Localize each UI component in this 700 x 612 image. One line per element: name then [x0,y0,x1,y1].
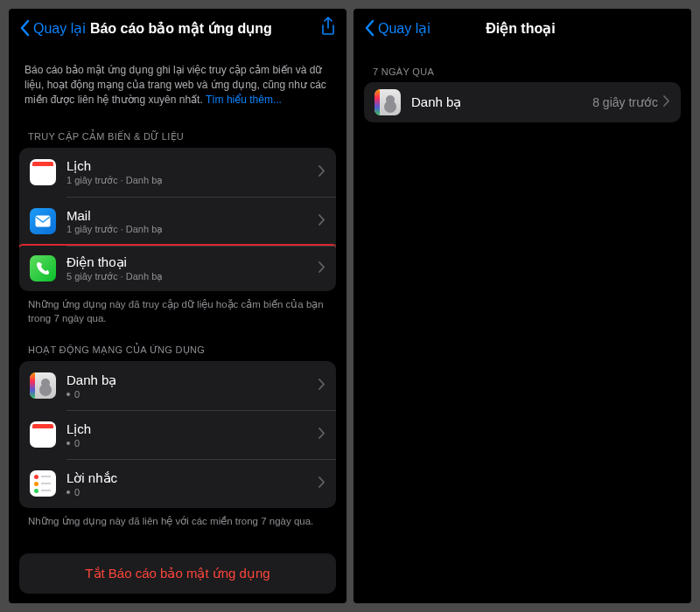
list-item-contacts-access[interactable]: Danh bạ 8 giây trước [364,82,681,122]
section-header-7days: 7 NGÀY QUA [364,47,681,82]
section-header-sensor: TRUY CẬP CẢM BIẾN & DỮ LIỆU [19,112,336,148]
app-name: Lời nhắc [66,470,318,486]
app-name: Mail [66,208,318,223]
list-item-calendar[interactable]: Lịch 1 giây trước · Danh bạ [19,148,336,197]
access-list: Danh bạ 8 giây trước [364,82,681,122]
section-header-network: HOẠT ĐỘNG MẠNG CỦA ỨNG DỤNG [19,325,336,361]
contacts-icon [374,89,401,115]
nav-bar: Quay lại Điện thoại [354,9,691,47]
list-item-phone[interactable]: Điện thoại 5 giây trước · Danh bạ [19,244,336,291]
list-item-calendar-net[interactable]: Lịch 0 [19,410,336,459]
page-title: Báo cáo bảo mật ứng dụng [33,20,329,37]
intro-text: Báo cáo bảo mật ứng dụng ghi lại việc tr… [19,47,336,112]
learn-more-link[interactable]: Tìm hiểu thêm... [206,94,282,106]
list-item-reminders[interactable]: Lời nhắc 0 [19,459,336,508]
share-icon [320,17,336,36]
network-footer-text: Những ứng dụng này đã liên hệ với các mi… [19,508,336,529]
content-scroll[interactable]: 7 NGÀY QUA Danh bạ 8 giây trước [354,47,691,603]
app-name: Lịch [66,158,318,174]
access-time: 8 giây trước [592,95,658,109]
turn-off-button[interactable]: Tắt Báo cáo bảo mật ứng dụng [19,553,336,594]
chevron-right-icon [318,261,326,276]
sensor-list: Lịch 1 giây trước · Danh bạ Mail 1 giây … [19,148,336,291]
chevron-right-icon [318,427,326,442]
mail-icon [30,208,56,234]
network-list: Danh bạ 0 Lịch 0 Lời nhắc 0 [19,361,336,508]
content-scroll[interactable]: Báo cáo bảo mật ứng dụng ghi lại việc tr… [9,47,346,603]
reminders-icon [30,470,56,497]
phone-icon [30,255,56,282]
app-subtitle: 0 [66,389,318,400]
svg-rect-0 [36,216,51,227]
chevron-right-icon [318,378,326,393]
app-name: Điện thoại [66,254,318,270]
chevron-left-icon [19,19,30,37]
chevron-right-icon [318,213,326,229]
chevron-right-icon [663,94,670,110]
nav-bar: Quay lại Báo cáo bảo mật ứng dụng [9,9,346,47]
app-subtitle: 1 giây trước · Danh bạ [66,175,318,186]
chevron-right-icon [318,476,326,491]
app-name: Lịch [66,421,318,437]
list-item-mail[interactable]: Mail 1 giây trước · Danh bạ [19,197,336,246]
chevron-right-icon [318,164,326,180]
app-subtitle: 0 [66,487,318,497]
calendar-icon [30,421,56,448]
list-item-contacts[interactable]: Danh bạ 0 [19,361,336,410]
right-phone-screen: Quay lại Điện thoại 7 NGÀY QUA Danh bạ 8… [354,9,691,603]
app-name: Danh bạ [411,94,592,110]
sensor-footer-text: Những ứng dụng này đã truy cập dữ liệu h… [19,291,336,325]
page-title: Điện thoại [360,20,681,37]
app-name: Danh bạ [66,372,318,388]
contacts-icon [30,372,56,399]
app-subtitle: 5 giây trước · Danh bạ [66,271,318,282]
left-phone-screen: Quay lại Báo cáo bảo mật ứng dụng Báo cá… [9,9,346,603]
share-button[interactable] [320,17,336,39]
app-subtitle: 1 giây trước · Danh bạ [66,224,318,235]
app-subtitle: 0 [66,438,318,449]
calendar-icon [30,159,56,185]
